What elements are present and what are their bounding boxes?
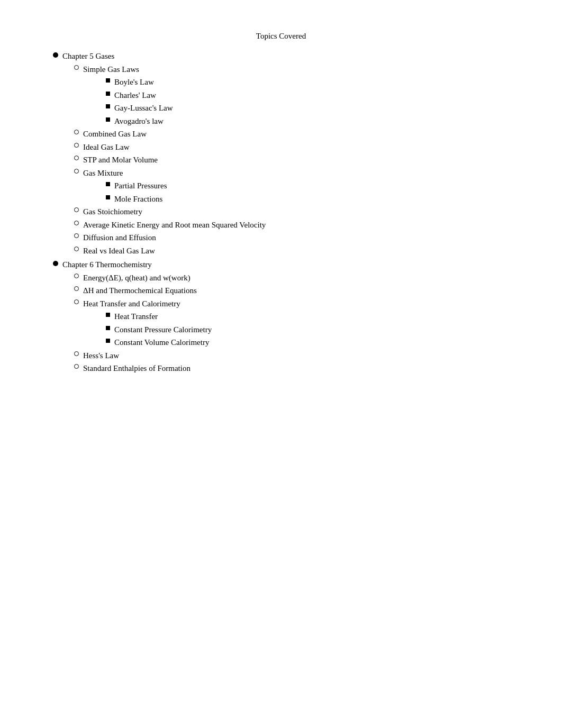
item-label: Heat Transfer	[114, 311, 158, 323]
subtopic-label: STP and Molar Volume	[83, 154, 158, 166]
subtopic-list-1: Energy(ΔE), q(heat) and w(work)ΔH and Th…	[42, 272, 520, 375]
open-circle-icon	[74, 233, 79, 238]
open-circle-icon	[74, 65, 79, 70]
square-bullet-icon	[106, 182, 110, 186]
item-label: Mole Fractions	[114, 193, 162, 205]
list-item-1-2-2: Constant Volume Calorimetry	[106, 336, 520, 349]
subtopic-label: Simple Gas Laws	[83, 63, 139, 76]
square-bullet-icon	[106, 326, 110, 330]
subtopic-item-0-5: Gas Stoichiometry	[74, 206, 520, 218]
list-item-0-0-0: Boyle's Law	[106, 76, 520, 88]
bullet-circle-icon	[53, 261, 58, 266]
page-title: Topics Covered	[42, 32, 520, 41]
chapter-label: Chapter 5 Gases	[62, 50, 114, 62]
chapter-item-0: Chapter 5 GasesSimple Gas LawsBoyle's La…	[42, 50, 520, 257]
subtopic-item-1-0: Energy(ΔE), q(heat) and w(work)	[74, 272, 520, 284]
subtopic-item-1-4: Standard Enthalpies of Formation	[74, 362, 520, 375]
subtopic-label: Real vs Ideal Gas Law	[83, 245, 155, 257]
open-circle-icon	[74, 207, 79, 212]
square-bullet-icon	[106, 117, 110, 122]
subtopic-item-0-2: Ideal Gas Law	[74, 141, 520, 153]
list-item-0-0-1: Charles' Law	[106, 89, 520, 102]
open-circle-icon	[74, 247, 79, 251]
open-circle-icon	[74, 351, 79, 356]
open-circle-icon	[74, 274, 79, 278]
subtopic-label: Average Kinetic Energy and Root mean Squ…	[83, 219, 266, 231]
item-label: Avogadro's law	[114, 115, 164, 128]
subtopic-item-0-4: Gas Mixture	[74, 167, 520, 179]
item-list-1-2: Heat TransferConstant Pressure Calorimet…	[74, 311, 520, 349]
square-bullet-icon	[106, 313, 110, 317]
subtopic-label: Combined Gas Law	[83, 128, 147, 140]
subtopic-item-0-0: Simple Gas Laws	[74, 63, 520, 76]
outline: Chapter 5 GasesSimple Gas LawsBoyle's La…	[42, 50, 520, 375]
item-label: Constant Volume Calorimetry	[114, 336, 209, 349]
bullet-circle-icon	[53, 52, 58, 58]
subtopic-label: Energy(ΔE), q(heat) and w(work)	[83, 272, 191, 284]
subtopic-label: Heat Transfer and Calorimetry	[83, 298, 180, 310]
subtopic-item-0-6: Average Kinetic Energy and Root mean Squ…	[74, 219, 520, 231]
subtopic-label: Gas Mixture	[83, 167, 123, 179]
open-circle-icon	[74, 130, 79, 134]
item-list-0-0: Boyle's LawCharles' LawGay-Lussac's LawA…	[74, 76, 520, 127]
square-bullet-icon	[106, 339, 110, 343]
list-item-0-4-0: Partial Pressures	[106, 180, 520, 192]
subtopic-list-0: Simple Gas LawsBoyle's LawCharles' LawGa…	[42, 63, 520, 257]
item-label: Partial Pressures	[114, 180, 167, 192]
subtopic-item-0-8: Real vs Ideal Gas Law	[74, 245, 520, 257]
item-list-wrapper: Boyle's LawCharles' LawGay-Lussac's LawA…	[74, 76, 520, 127]
open-circle-icon	[74, 299, 79, 304]
subtopic-label: Diffusion and Effusion	[83, 232, 156, 244]
subtopic-label: Gas Stoichiometry	[83, 206, 142, 218]
item-list-wrapper: Partial PressuresMole Fractions	[74, 180, 520, 205]
open-circle-icon	[74, 221, 79, 225]
list-item-1-2-1: Constant Pressure Calorimetry	[106, 324, 520, 336]
list-item-0-0-2: Gay-Lussac's Law	[106, 102, 520, 114]
item-label: Gay-Lussac's Law	[114, 102, 173, 114]
square-bullet-icon	[106, 195, 110, 199]
subtopic-item-0-7: Diffusion and Effusion	[74, 232, 520, 244]
item-label: Boyle's Law	[114, 76, 154, 88]
subtopic-label: Standard Enthalpies of Formation	[83, 362, 191, 375]
square-bullet-icon	[106, 104, 110, 108]
square-bullet-icon	[106, 92, 110, 96]
open-circle-icon	[74, 143, 79, 148]
subtopic-label: Hess's Law	[83, 350, 119, 362]
item-list-0-4: Partial PressuresMole Fractions	[74, 180, 520, 205]
subtopic-item-0-3: STP and Molar Volume	[74, 154, 520, 166]
list-item-0-4-1: Mole Fractions	[106, 193, 520, 205]
item-list-wrapper: Heat TransferConstant Pressure Calorimet…	[74, 311, 520, 349]
subtopic-label: ΔH and Thermochemical Equations	[83, 285, 197, 297]
item-label: Constant Pressure Calorimetry	[114, 324, 212, 336]
open-circle-icon	[74, 156, 79, 160]
chapter-label: Chapter 6 Thermochemistry	[62, 259, 152, 271]
subtopic-label: Ideal Gas Law	[83, 141, 129, 153]
subtopic-item-1-1: ΔH and Thermochemical Equations	[74, 285, 520, 297]
list-item-0-0-3: Avogadro's law	[106, 115, 520, 128]
list-item-1-2-0: Heat Transfer	[106, 311, 520, 323]
subtopic-item-0-1: Combined Gas Law	[74, 128, 520, 140]
open-circle-icon	[74, 169, 79, 174]
item-label: Charles' Law	[114, 89, 156, 102]
open-circle-icon	[74, 364, 79, 369]
chapter-item-1: Chapter 6 ThermochemistryEnergy(ΔE), q(h…	[42, 259, 520, 375]
square-bullet-icon	[106, 78, 110, 83]
open-circle-icon	[74, 286, 79, 291]
subtopic-item-1-2: Heat Transfer and Calorimetry	[74, 298, 520, 310]
subtopic-item-1-3: Hess's Law	[74, 350, 520, 362]
